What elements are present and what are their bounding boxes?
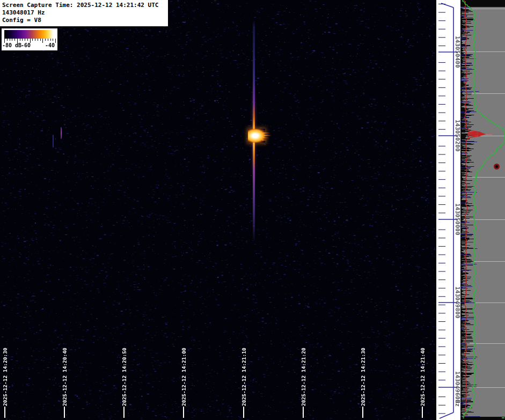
- time-axis-label: 2025-12-12 14:21:30: [360, 348, 367, 406]
- time-axis-label: 2025-12-12 14:21:10: [241, 348, 247, 406]
- echo-doppler-streak: [262, 139, 267, 141]
- time-axis-label: 2025-12-12 14:20:50: [121, 348, 128, 406]
- time-axis-tick: [4, 407, 5, 418]
- time-axis-tick: [243, 407, 244, 418]
- colorbar-tick: [40, 39, 41, 41]
- colorbar-tick: [32, 39, 33, 41]
- peak-marker-dot: [494, 164, 500, 170]
- time-axis-label: 2025-12-12 14:21:40: [420, 348, 426, 406]
- colorbar-tick: [14, 39, 15, 41]
- faint-signal-dash: [53, 135, 54, 148]
- colorbar-label-40: -40: [45, 42, 55, 48]
- echo-doppler-streak: [263, 132, 270, 134]
- time-axis-tick: [183, 407, 184, 418]
- echo-doppler-streak: [262, 137, 269, 138]
- time-axis-label: 2025-12-12 14:20:30: [2, 348, 9, 406]
- colorbar-tick: [38, 39, 38, 41]
- time-axis-label: 2025-12-12 14:21:20: [301, 348, 307, 406]
- time-axis-tick: [362, 407, 363, 418]
- colorbar-tick: [48, 39, 48, 41]
- time-axis-tick: [64, 407, 65, 418]
- time-axis-tick: [303, 407, 304, 418]
- time-axis-tick: [123, 407, 125, 418]
- faint-signal-dash: [61, 127, 62, 139]
- colorbar-tick: [7, 39, 8, 41]
- colorbar-legend: -80 dB -60 -40: [2, 28, 57, 50]
- colorbar-label-80db: -80 dB: [2, 42, 21, 48]
- config-text: Config = V8: [2, 17, 168, 24]
- capture-info-overlay: Screen Capture Time: 2025-12-12 14:21:42…: [0, 0, 168, 26]
- colorbar-gradient: [4, 30, 55, 39]
- center-frequency-text: 143048017 Hz: [2, 9, 168, 17]
- colorbar-tick: [22, 39, 23, 41]
- spectrum-side-panel: [460, 0, 505, 420]
- time-axis-tick: [422, 407, 423, 418]
- colorbar-labels: -80 dB -60 -40: [2, 42, 57, 50]
- capture-time-text: Screen Capture Time: 2025-12-12 14:21:42…: [2, 2, 168, 9]
- colorbar-tick: [10, 39, 10, 41]
- colorbar-tick: [45, 39, 46, 41]
- colorbar-tick: [12, 39, 12, 41]
- time-axis-label: 2025-12-12 14:20:40: [62, 348, 68, 406]
- screen-capture-root: Screen Capture Time: 2025-12-12 14:21:42…: [0, 0, 505, 420]
- colorbar-tick: [27, 39, 28, 41]
- colorbar-label-60: -60: [21, 42, 31, 48]
- colorbar-tick: [35, 39, 35, 41]
- echo-doppler-streak: [263, 135, 272, 136]
- colorbar-tick: [50, 39, 51, 41]
- time-axis-label: 2025-12-12 14:21:00: [181, 348, 187, 406]
- colorbar-tick: [53, 39, 53, 41]
- colorbar-tick: [20, 39, 20, 41]
- colorbar-tick: [25, 39, 25, 41]
